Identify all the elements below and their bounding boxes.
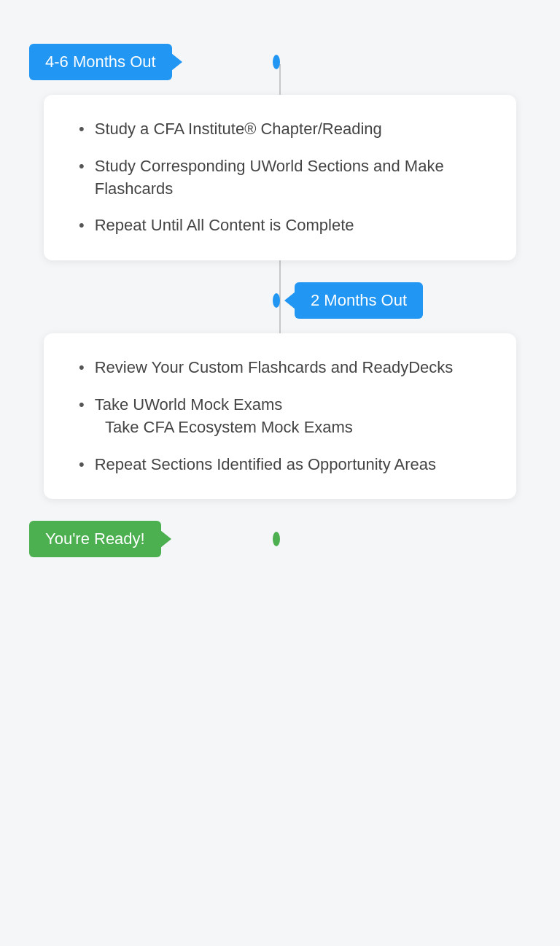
milestone-label-2: 2 Months Out (295, 282, 423, 319)
timeline-wrapper: 4-6 Months Out Study a CFA Institute® Ch… (0, 22, 560, 924)
card-1: Study a CFA Institute® Chapter/Reading S… (29, 95, 531, 260)
card-1-item-1: Study a CFA Institute® Chapter/Reading (79, 118, 481, 141)
card-2-item-4: Repeat Sections Identified as Opportunit… (79, 454, 481, 476)
milestone-row-3: You're Ready! (29, 521, 531, 557)
card-2-item-1: Review Your Custom Flashcards and ReadyD… (79, 357, 481, 379)
milestone-label-3: You're Ready! (29, 521, 161, 557)
content-card-2: Review Your Custom Flashcards and ReadyD… (44, 333, 516, 499)
timeline-dot-1 (273, 55, 280, 69)
card-2-item-2: Take UWorld Mock Exams (79, 394, 481, 416)
main-container: 4-6 Months Out Study a CFA Institute® Ch… (29, 44, 531, 557)
card-2: Review Your Custom Flashcards and ReadyD… (29, 333, 531, 499)
milestone-row-2: 2 Months Out (29, 282, 531, 319)
timeline-dot-2 (273, 293, 280, 308)
card-2-item-3-no-bullet: Take CFA Ecosystem Mock Exams (79, 416, 481, 439)
content-card-1: Study a CFA Institute® Chapter/Reading S… (44, 95, 516, 260)
card-1-item-2: Study Corresponding UWorld Sections and … (79, 155, 481, 201)
card-2-list: Review Your Custom Flashcards and ReadyD… (79, 357, 481, 416)
milestone-left-area-3: You're Ready! (29, 521, 280, 557)
card-1-item-3: Repeat Until All Content is Complete (79, 214, 481, 237)
milestone-left-area: 4-6 Months Out (29, 44, 280, 80)
card-2-list-2: Repeat Sections Identified as Opportunit… (79, 454, 481, 476)
milestone-right-area-2: 2 Months Out (280, 282, 531, 319)
milestone-row-1: 4-6 Months Out (29, 44, 531, 80)
milestone-label-1: 4-6 Months Out (29, 44, 172, 80)
card-1-list: Study a CFA Institute® Chapter/Reading S… (79, 118, 481, 237)
